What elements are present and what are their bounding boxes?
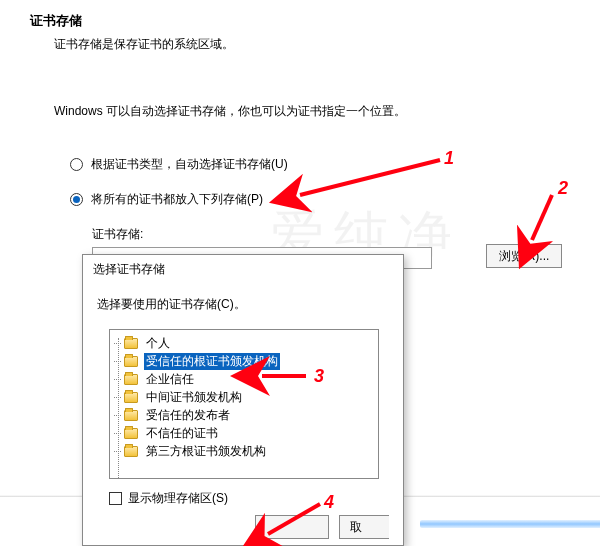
tree-item-thirdparty[interactable]: 第三方根证书颁发机构 (110, 442, 378, 460)
radio-auto[interactable]: 根据证书类型，自动选择证书存储(U) (70, 156, 570, 173)
radio-manual[interactable]: 将所有的证书都放入下列存储(P) (70, 191, 570, 208)
folder-icon (124, 392, 138, 403)
wizard-panel: 证书存储 证书存储是保存证书的系统区域。 Windows 可以自动选择证书存储，… (0, 0, 600, 269)
cancel-button[interactable]: 取 (339, 515, 389, 539)
radio-group: 根据证书类型，自动选择证书存储(U) 将所有的证书都放入下列存储(P) (70, 156, 570, 208)
folder-icon (124, 410, 138, 421)
folder-icon (124, 428, 138, 439)
folder-icon (124, 446, 138, 457)
wizard-title: 证书存储 (30, 12, 570, 30)
tree-item-personal[interactable]: 个人 (110, 334, 378, 352)
annotation-1: 1 (444, 148, 454, 169)
tree-item-enterprise[interactable]: 企业信任 (110, 370, 378, 388)
store-tree[interactable]: 个人 受信任的根证书颁发机构 企业信任 中间证书颁发机构 受信任的发布者 不信任… (109, 329, 379, 479)
tree-label: 企业信任 (144, 371, 196, 388)
radio-manual-label: 将所有的证书都放入下列存储(P) (91, 191, 263, 208)
wizard-subtitle: 证书存储是保存证书的系统区域。 (54, 36, 570, 53)
annotation-2: 2 (558, 178, 568, 199)
dialog-buttons: 取 (203, 515, 389, 539)
tree-label: 受信任的根证书颁发机构 (144, 353, 280, 370)
tree-item-untrusted[interactable]: 不信任的证书 (110, 424, 378, 442)
tree-item-trusted-root[interactable]: 受信任的根证书颁发机构 (110, 352, 378, 370)
tree-item-trusted-pub[interactable]: 受信任的发布者 (110, 406, 378, 424)
tree-label: 不信任的证书 (144, 425, 220, 442)
blue-stripe (420, 520, 600, 528)
wizard-hint: Windows 可以自动选择证书存储，你也可以为证书指定一个位置。 (54, 103, 570, 120)
tree-label: 受信任的发布者 (144, 407, 232, 424)
folder-icon (124, 338, 138, 349)
select-store-dialog: 选择证书存储 选择要使用的证书存储(C)。 个人 受信任的根证书颁发机构 企业信… (82, 254, 404, 546)
browse-button[interactable]: 浏览(R)... (486, 244, 562, 268)
tree-item-intermediate[interactable]: 中间证书颁发机构 (110, 388, 378, 406)
tree-label: 第三方根证书颁发机构 (144, 443, 268, 460)
folder-icon (124, 374, 138, 385)
annotation-3: 3 (314, 366, 324, 387)
ok-button[interactable] (255, 515, 329, 539)
show-physical-checkbox[interactable]: 显示物理存储区(S) (109, 490, 228, 507)
tree-label: 个人 (144, 335, 172, 352)
dialog-title: 选择证书存储 (83, 255, 403, 284)
annotation-4: 4 (324, 492, 334, 513)
radio-icon (70, 193, 83, 206)
radio-icon (70, 158, 83, 171)
dialog-hint: 选择要使用的证书存储(C)。 (83, 284, 403, 323)
tree-label: 中间证书颁发机构 (144, 389, 244, 406)
checkbox-icon (109, 492, 122, 505)
folder-icon (124, 356, 138, 367)
store-label: 证书存储: (92, 226, 570, 243)
radio-auto-label: 根据证书类型，自动选择证书存储(U) (91, 156, 288, 173)
show-physical-label: 显示物理存储区(S) (128, 490, 228, 507)
